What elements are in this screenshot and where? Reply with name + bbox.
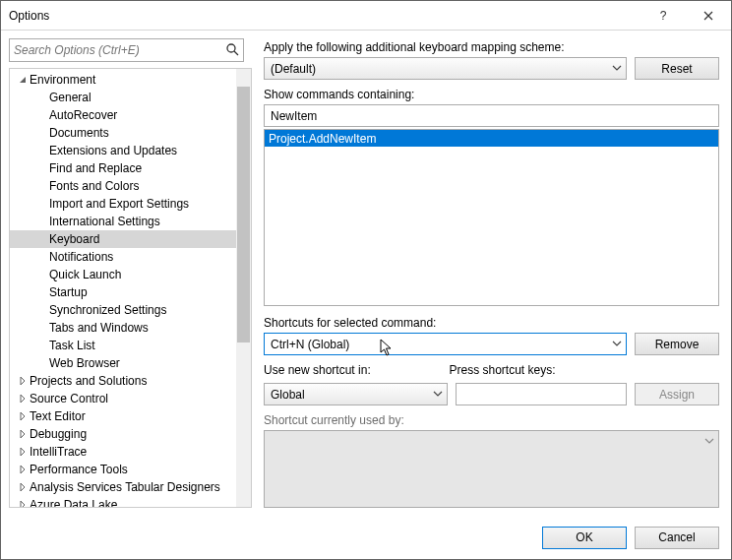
tree-node-find-and-replace[interactable]: Find and Replace: [10, 159, 236, 177]
chevron-down-icon: [612, 62, 622, 74]
tree-node-intellitrace[interactable]: IntelliTrace: [10, 443, 236, 461]
tree-node-general[interactable]: General: [10, 89, 236, 106]
tree-node-documents[interactable]: Documents: [10, 124, 236, 142]
svg-point-0: [227, 44, 235, 52]
tree-node-notifications[interactable]: Notifications: [10, 248, 236, 266]
tree-node-keyboard[interactable]: Keyboard: [10, 230, 236, 248]
tree-node-web-browser[interactable]: Web Browser: [10, 354, 236, 372]
tree-node-fonts-and-colors[interactable]: Fonts and Colors: [10, 177, 236, 195]
tree-node-source-control[interactable]: Source Control: [10, 390, 236, 407]
commands-listbox[interactable]: Project.AddNewItem: [264, 129, 719, 306]
scheme-label: Apply the following additional keyboard …: [264, 40, 719, 54]
press-keys-label: Press shortcut keys:: [450, 363, 628, 377]
tree-node-projects-and-solutions[interactable]: Projects and Solutions: [10, 372, 236, 390]
tree-node-synchronized-settings[interactable]: Synchronized Settings: [10, 301, 236, 319]
search-input[interactable]: [10, 39, 243, 61]
ok-button[interactable]: OK: [542, 527, 627, 549]
press-shortcut-input[interactable]: [456, 383, 628, 405]
help-button[interactable]: ?: [640, 1, 686, 30]
search-field[interactable]: [9, 38, 244, 62]
shortcut-value: Ctrl+N (Global): [271, 338, 349, 351]
shortcut-dropdown[interactable]: Ctrl+N (Global): [264, 333, 627, 355]
tree-node-analysis-services-tabular-designers[interactable]: Analysis Services Tabular Designers: [10, 478, 236, 496]
search-icon: [225, 42, 239, 56]
expand-icon[interactable]: [16, 500, 30, 507]
tree-node-tabs-and-windows[interactable]: Tabs and Windows: [10, 319, 236, 337]
tree-node-international-settings[interactable]: International Settings: [10, 213, 236, 230]
tree-node-azure-data-lake[interactable]: Azure Data Lake: [10, 496, 236, 507]
left-pane: EnvironmentGeneralAutoRecoverDocumentsEx…: [1, 31, 252, 516]
currently-used-dropdown: [264, 430, 719, 508]
tree-node-environment[interactable]: Environment: [10, 71, 236, 89]
scheme-value: (Default): [271, 62, 316, 76]
tree-node-task-list[interactable]: Task List: [10, 337, 236, 354]
reset-button[interactable]: Reset: [635, 57, 719, 80]
chevron-down-icon: [433, 388, 443, 400]
expand-icon[interactable]: [16, 411, 30, 421]
tree-node-quick-launch[interactable]: Quick Launch: [10, 266, 236, 283]
use-shortcut-in-dropdown[interactable]: Global: [264, 383, 448, 405]
tree-node-autorecover[interactable]: AutoRecover: [10, 106, 236, 124]
commands-filter-value: NewItem: [271, 109, 317, 123]
commands-filter-input[interactable]: NewItem: [264, 104, 719, 127]
help-icon: ?: [660, 9, 667, 23]
titlebar: Options ?: [1, 1, 731, 31]
expand-icon[interactable]: [16, 447, 30, 457]
window-title: Options: [9, 9, 640, 23]
keyboard-options-panel: Apply the following additional keyboard …: [252, 31, 731, 516]
tree-node-import-and-export-settings[interactable]: Import and Export Settings: [10, 195, 236, 213]
options-tree: EnvironmentGeneralAutoRecoverDocumentsEx…: [9, 68, 252, 508]
use-shortcut-in-value: Global: [271, 388, 305, 402]
tree-node-extensions-and-updates[interactable]: Extensions and Updates: [10, 142, 236, 159]
titlebar-buttons: ?: [640, 1, 731, 30]
expand-icon[interactable]: [16, 75, 30, 85]
remove-button[interactable]: Remove: [635, 333, 719, 355]
expand-icon[interactable]: [16, 429, 30, 439]
chevron-down-icon: [704, 435, 714, 447]
command-item[interactable]: Project.AddNewItem: [265, 130, 718, 147]
use-shortcut-in-label: Use new shortcut in:: [264, 363, 442, 377]
chevron-down-icon: [612, 338, 622, 349]
close-button[interactable]: [686, 1, 731, 30]
dialog-footer: OK Cancel: [1, 516, 731, 559]
content-area: EnvironmentGeneralAutoRecoverDocumentsEx…: [1, 31, 731, 516]
tree-node-performance-tools[interactable]: Performance Tools: [10, 461, 236, 478]
expand-icon[interactable]: [16, 394, 30, 404]
assign-button[interactable]: Assign: [635, 383, 719, 405]
shortcuts-label: Shortcuts for selected command:: [264, 316, 719, 330]
tree-scrollbar[interactable]: [236, 69, 251, 507]
tree-node-debugging[interactable]: Debugging: [10, 425, 236, 443]
expand-icon[interactable]: [16, 376, 30, 386]
tree-node-startup[interactable]: Startup: [10, 283, 236, 301]
scrollbar-thumb[interactable]: [237, 87, 250, 342]
close-icon: [703, 11, 713, 21]
cancel-button[interactable]: Cancel: [635, 527, 719, 549]
expand-icon[interactable]: [16, 465, 30, 474]
tree-node-text-editor[interactable]: Text Editor: [10, 407, 236, 425]
show-commands-label: Show commands containing:: [264, 88, 719, 101]
scheme-dropdown[interactable]: (Default): [264, 57, 627, 80]
expand-icon[interactable]: [16, 482, 30, 492]
options-dialog: Options ? EnvironmentGeneralAutoRecoverD…: [0, 0, 732, 560]
currently-used-label: Shortcut currently used by:: [264, 413, 719, 427]
